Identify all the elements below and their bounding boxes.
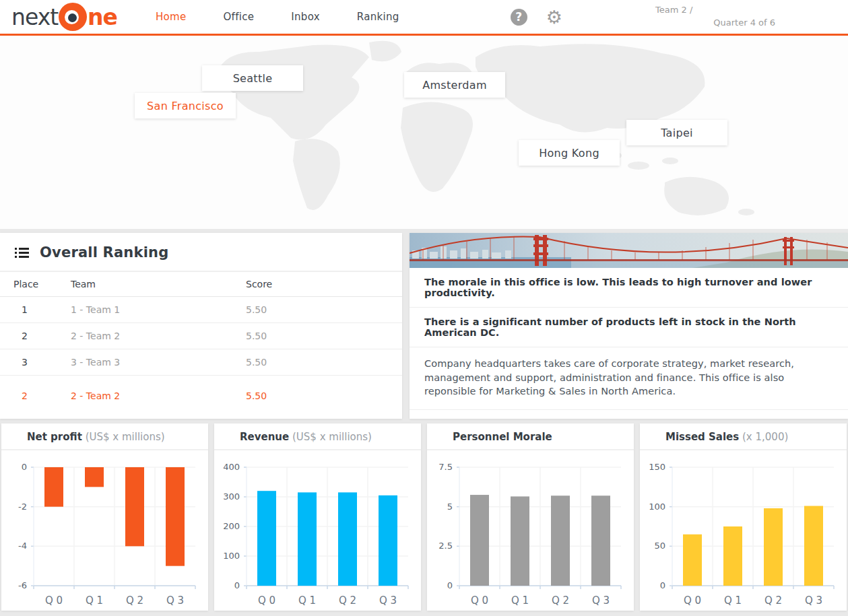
row-place: 1 [13,297,71,322]
list-icon [15,248,29,258]
svg-text:Q 1: Q 1 [511,594,529,607]
city-label-taipei[interactable]: Taipei [626,120,727,145]
svg-text:Q 3: Q 3 [805,594,822,607]
office-alert-2: There is a significant number of product… [410,308,848,347]
bar-personnel-morale-q-1 [511,496,529,586]
golden-gate-bridge-image [410,233,848,268]
nav-item-home[interactable]: Home [156,11,187,23]
svg-text:400: 400 [223,462,240,472]
bar-personnel-morale-q-0 [470,495,489,586]
row-team: 3 - Team 3 [71,349,246,375]
svg-text:100: 100 [649,502,665,512]
svg-text:150: 150 [649,462,665,472]
svg-text:Q 2: Q 2 [339,594,356,607]
current-team-place: 2 [13,380,71,411]
svg-text:Q 2: Q 2 [126,594,143,607]
bar-net-profit-q-3 [166,467,185,566]
chart-unit: (US$ x millions) [289,431,372,443]
nav-right: ? ⚙ Team 2 / Quarter 4 of 6 [511,4,848,30]
chart-title: Revenue [240,431,289,443]
team-label: Team 2 / [655,4,775,17]
office-alert-1: The morale in this office is low. This l… [410,268,848,308]
ranking-header: Overall Ranking [0,233,402,272]
row-place: 2 [13,323,71,349]
chart-card-net-profit: Net profit (US$ x millions)0-2-4-6Q 0Q 1… [1,423,208,611]
current-team-row: 2 2 - Team 2 5.50 [0,380,402,411]
city-label-hong-kong[interactable]: Hong Kong [519,140,620,166]
chart-title: Net profit [27,431,82,443]
city-label-amsterdam[interactable]: Amsterdam [404,72,505,98]
svg-text:Q 1: Q 1 [724,594,742,607]
chart-title: Missed Sales [665,431,739,443]
svg-text:-2: -2 [18,502,27,512]
bar-revenue-q-1 [298,492,317,586]
bar-chart-revenue: 4003002001000Q 0Q 1Q 2Q 3 [214,450,421,612]
bar-missed-sales-q-0 [683,535,702,586]
ranking-title: Overall Ranking [40,244,168,261]
bar-revenue-q-3 [379,495,397,586]
svg-text:Q 0: Q 0 [471,594,488,607]
bar-revenue-q-0 [257,491,276,586]
svg-text:300: 300 [223,491,240,502]
table-row: 11 - Team 15.50 [0,297,402,323]
svg-text:Q 3: Q 3 [379,594,397,607]
logo-o-icon [59,3,87,31]
world-map-section: SeattleSan FranciscoAmsterdamTaipeiHong … [0,36,848,229]
svg-text:200: 200 [223,521,240,531]
svg-text:0: 0 [234,580,240,590]
bar-chart-net-profit: 0-2-4-6Q 0Q 1Q 2Q 3 [1,450,208,612]
chart-header: Missed Sales (x 1,000) [640,423,847,450]
svg-text:Q 1: Q 1 [298,594,316,607]
city-label-san-francisco[interactable]: San Francisco [135,93,236,118]
row-place: 3 [13,349,71,375]
nav-item-inbox[interactable]: Inbox [291,11,320,23]
svg-text:7.5: 7.5 [438,462,453,472]
svg-text:Q 0: Q 0 [258,594,275,607]
nav-item-office[interactable]: Office [223,11,254,23]
bar-net-profit-q-2 [125,467,144,546]
row-team: 2 - Team 2 [71,323,246,349]
chart-header: Net profit (US$ x millions) [1,423,208,450]
bar-missed-sales-q-1 [723,526,742,586]
panels-row: Overall Ranking Place Team Score 11 - Te… [0,233,848,419]
logo-text-next: next [11,4,58,30]
bar-revenue-q-2 [338,492,357,586]
overall-ranking-panel: Overall Ranking Place Team Score 11 - Te… [0,233,402,419]
gear-icon[interactable]: ⚙ [546,8,562,26]
nextone-logo[interactable]: next ne [11,3,117,31]
city-label-seattle[interactable]: Seattle [202,65,303,91]
bar-missed-sales-q-2 [764,508,783,586]
current-team-score: 5.50 [246,380,402,411]
quarter-label: Quarter 4 of 6 [655,17,775,30]
bar-missed-sales-q-3 [804,506,823,586]
svg-text:-6: -6 [18,580,27,590]
chart-card-personnel-morale: Personnel Morale7.552.50Q 0Q 1Q 2Q 3 [427,423,634,611]
bar-chart-missed-sales: 150100500Q 0Q 1Q 2Q 3 [640,450,847,612]
help-icon[interactable]: ? [511,9,527,26]
bar-personnel-morale-q-3 [591,495,610,586]
logo-text-ne: ne [88,4,117,30]
svg-text:Q 2: Q 2 [764,594,782,607]
bar-net-profit-q-1 [85,467,104,487]
svg-text:2.5: 2.5 [438,541,453,551]
svg-text:-4: -4 [18,541,27,551]
svg-text:Q 1: Q 1 [86,594,103,607]
chart-title: Personnel Morale [453,431,552,443]
svg-text:Q 0: Q 0 [45,594,63,607]
svg-text:0: 0 [447,580,453,590]
row-team: 1 - Team 1 [71,297,246,322]
col-team: Team [71,272,246,296]
chart-header: Personnel Morale [427,423,634,450]
table-row: 33 - Team 35.50 [0,349,402,376]
nav-item-ranking[interactable]: Ranking [357,11,399,23]
team-quarter-status: Team 2 / Quarter 4 of 6 [655,4,775,30]
main-nav: HomeOfficeInboxRanking [156,11,399,23]
row-score: 5.50 [246,297,402,322]
bar-personnel-morale-q-2 [551,495,570,586]
svg-text:Q 2: Q 2 [552,594,569,607]
col-place: Place [13,272,71,296]
svg-text:0: 0 [660,580,665,590]
col-score: Score [246,272,402,296]
chart-card-revenue: Revenue (US$ x millions)4003002001000Q 0… [214,423,421,611]
kpi-charts-row: Net profit (US$ x millions)0-2-4-6Q 0Q 1… [0,423,848,611]
